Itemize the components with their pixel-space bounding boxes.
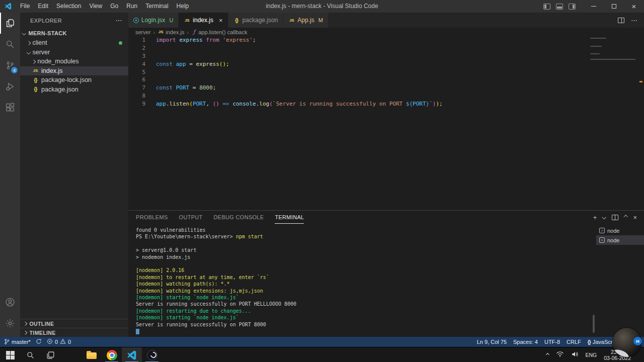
menu-file[interactable]: File <box>16 0 34 13</box>
encoding-indicator[interactable]: UTF-8 <box>544 339 560 345</box>
code-line[interactable]: 9app.listen(PORT, () => console.log(`Ser… <box>128 100 644 108</box>
menu-terminal[interactable]: Terminal <box>141 0 172 13</box>
tree-item-index.js[interactable]: JSindex.js <box>20 66 128 76</box>
breadcrumb-item[interactable]: ƒapp.listen() callback <box>191 29 247 35</box>
start-button[interactable] <box>0 347 20 362</box>
split-editor-icon[interactable] <box>618 18 624 23</box>
timeline-section[interactable]: TIMELINE <box>20 328 128 337</box>
tree-item-node_modules[interactable]: node_modules <box>20 57 128 66</box>
editor-more-actions-icon[interactable]: ⋯ <box>631 17 637 24</box>
code-line[interactable]: 6 <box>128 76 644 84</box>
minimize-button[interactable] <box>584 0 604 13</box>
tab-Login.jsx[interactable]: Login.jsxU <box>128 13 179 28</box>
sync-changes-button[interactable] <box>36 338 42 345</box>
source-control-icon[interactable]: 4 <box>0 55 20 76</box>
close-panel-icon[interactable]: × <box>633 214 637 221</box>
toggle-sidebar-icon[interactable] <box>543 4 550 10</box>
code-line[interactable]: 2 <box>128 44 644 52</box>
branch-indicator[interactable]: master* <box>4 338 31 346</box>
menu-help[interactable]: Help <box>173 0 193 13</box>
close-window-button[interactable]: × <box>624 0 644 13</box>
new-terminal-icon[interactable]: + <box>593 214 597 221</box>
run-debug-icon[interactable] <box>0 76 20 97</box>
project-root-folder[interactable]: MERN-STACK <box>20 28 128 38</box>
tree-item-client[interactable]: client <box>20 38 128 48</box>
terminal-dropdown-icon[interactable] <box>602 215 606 219</box>
code-line[interactable]: 7const PORT = 8000; <box>128 84 644 92</box>
code-editor[interactable]: 1import express from 'express';234const … <box>128 36 644 210</box>
toggle-panel-icon[interactable] <box>556 4 563 10</box>
panel-tab-output[interactable]: OUTPUT <box>179 211 203 224</box>
tree-item-package-lock.json[interactable]: {}package-lock.json <box>20 75 128 85</box>
vscode-taskbar-icon[interactable] <box>122 347 142 362</box>
maximize-panel-icon[interactable] <box>624 215 628 219</box>
settings-gear-icon[interactable] <box>0 313 20 334</box>
task-view-icon[interactable] <box>40 347 60 362</box>
more-actions-icon[interactable]: ⋯ <box>116 17 122 24</box>
terminal-session-node[interactable]: >node <box>596 226 644 235</box>
terminal-line: [nodemon] starting `node index.js` <box>136 294 596 301</box>
panel-tab-problems[interactable]: PROBLEMS <box>136 211 168 224</box>
project-name: MERN-STACK <box>29 30 67 36</box>
minimap-line <box>590 46 602 47</box>
menu-view[interactable]: View <box>85 0 106 13</box>
tab-App.js[interactable]: JSApp.jsM <box>283 13 329 28</box>
code-line[interactable]: 1import express from 'express'; <box>128 36 644 44</box>
menu-selection[interactable]: Selection <box>52 0 85 13</box>
extensions-icon[interactable] <box>0 97 20 118</box>
indentation-indicator[interactable]: Spaces: 4 <box>513 339 538 345</box>
breadcrumb-item[interactable]: JSindex.js <box>157 29 184 35</box>
eol-indicator[interactable]: CRLF <box>567 339 581 345</box>
taskbar-search-icon[interactable] <box>20 347 40 362</box>
toggle-secondary-sidebar-icon[interactable] <box>569 4 576 10</box>
code-line[interactable]: 8 <box>128 92 644 100</box>
terminal-line <box>136 328 596 334</box>
chrome-icon[interactable] <box>102 347 122 362</box>
tray-expand-icon[interactable] <box>545 353 549 356</box>
tab-label: Login.jsx <box>141 17 165 24</box>
tab-package.json[interactable]: {}package.json <box>228 13 284 28</box>
tree-item-package.json[interactable]: {}package.json <box>20 85 128 95</box>
network-icon[interactable] <box>556 351 564 358</box>
menu-edit[interactable]: Edit <box>34 0 52 13</box>
input-language-indicator[interactable]: ENG <box>586 352 597 358</box>
line-number[interactable]: 5 <box>128 68 145 76</box>
line-number[interactable]: 9 <box>128 100 145 108</box>
search-icon[interactable] <box>0 34 20 55</box>
minimap[interactable] <box>590 38 636 61</box>
terminal-line: [nodemon] watching path(s): *.* <box>136 281 596 287</box>
close-icon[interactable]: × <box>219 17 223 24</box>
maximize-button[interactable] <box>604 0 624 13</box>
menu-go[interactable]: Go <box>106 0 122 13</box>
breadcrumb-item[interactable]: server <box>135 29 151 35</box>
code-line[interactable]: 4const app = express(); <box>128 60 644 68</box>
tree-item-server[interactable]: server <box>20 48 128 57</box>
menu-run[interactable]: Run <box>122 0 141 13</box>
line-number[interactable]: 6 <box>128 76 145 84</box>
explorer-icon[interactable] <box>0 13 20 34</box>
split-terminal-icon[interactable] <box>612 215 618 220</box>
code-line[interactable]: 3 <box>128 52 644 60</box>
problems-indicator[interactable]: 0 0 <box>47 338 71 345</box>
file-explorer-icon[interactable] <box>82 347 102 362</box>
outline-section[interactable]: OUTLINE <box>20 319 128 328</box>
line-number[interactable]: 2 <box>128 44 145 52</box>
panel-tab-debug-console[interactable]: DEBUG CONSOLE <box>214 211 264 224</box>
terminal-session-node[interactable]: >node <box>596 235 644 245</box>
terminal-output[interactable]: found 0 vulnerabilitiesPS E:\Youtube\mer… <box>128 224 596 337</box>
cursor-position-indicator[interactable]: Ln 9, Col 75 <box>477 339 507 345</box>
line-number[interactable]: 8 <box>128 92 145 100</box>
code-line[interactable]: 5 <box>128 68 644 76</box>
account-icon[interactable] <box>0 292 20 313</box>
line-number[interactable]: 3 <box>128 52 145 60</box>
chevron-right-icon <box>32 59 36 63</box>
panel-tab-terminal[interactable]: TERMINAL <box>275 211 304 224</box>
line-number[interactable]: 4 <box>128 60 145 68</box>
line-number[interactable]: 1 <box>128 36 145 44</box>
line-number[interactable]: 7 <box>128 84 145 92</box>
tab-index.js[interactable]: JSindex.js× <box>179 13 228 28</box>
volume-icon[interactable] <box>571 351 579 358</box>
terminal-scrollbar[interactable] <box>593 315 595 333</box>
chevron-down-icon <box>22 31 26 35</box>
obs-icon[interactable] <box>142 347 162 362</box>
